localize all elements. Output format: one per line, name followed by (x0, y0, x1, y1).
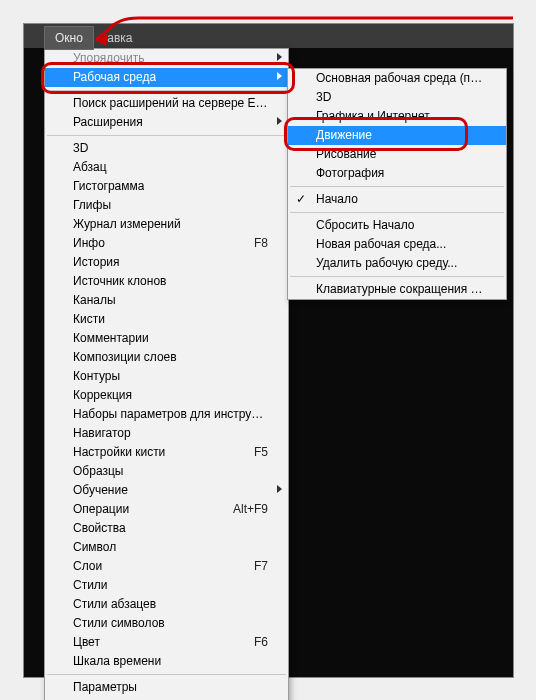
window-menu-item[interactable]: Контуры (45, 367, 288, 386)
window-menu-item[interactable]: ОперацииAlt+F9 (45, 500, 288, 519)
window-menu-item-label: История (73, 255, 120, 270)
window-menu-item[interactable]: ЦветF6 (45, 633, 288, 652)
workspace-submenu-item-label: Новая рабочая среда... (316, 237, 446, 252)
workspace-submenu-item-label: Движение (316, 128, 372, 143)
window-menu-item-label: Комментарии (73, 331, 149, 346)
window-menu-item[interactable]: Шкала времени (45, 652, 288, 671)
workspace-submenu-separator (290, 212, 504, 213)
workspace-submenu-item[interactable]: Фотография (288, 164, 506, 183)
window-menu-item[interactable]: Поиск расширений на сервере Exchange... (45, 94, 288, 113)
window-menu-item[interactable]: История (45, 253, 288, 272)
window-menu-item-label: Расширения (73, 115, 143, 130)
window-menu-item: Упорядочить (45, 49, 288, 68)
window-menu-item-label: Глифы (73, 198, 111, 213)
workspace-submenu-item[interactable]: Удалить рабочую среду... (288, 254, 506, 273)
workspace-submenu-item-label: Удалить рабочую среду... (316, 256, 457, 271)
window-menu-item[interactable]: Рабочая среда (45, 68, 288, 87)
window-menu-item[interactable]: Стили (45, 576, 288, 595)
window-menu-item-label: Композиции слоев (73, 350, 177, 365)
window-menu-item[interactable]: Кисти (45, 310, 288, 329)
window-menu-item[interactable]: Коррекция (45, 386, 288, 405)
window-menu-item[interactable]: Навигатор (45, 424, 288, 443)
window-menu-item-label: Поиск расширений на сервере Exchange... (73, 96, 268, 111)
window-menu-item-label: Настройки кисти (73, 445, 165, 460)
window-menu-item[interactable]: Композиции слоев (45, 348, 288, 367)
workspace-submenu-item[interactable]: Рисование (288, 145, 506, 164)
window-menu-item[interactable]: Настройки кистиF5 (45, 443, 288, 462)
workspace-submenu-item-label: Графика и Интернет (316, 109, 430, 124)
window-menu-item-label: Наборы параметров для инструментов (73, 407, 268, 422)
workspace-submenu-item[interactable]: Клавиатурные сокращения и меню... (288, 280, 506, 299)
window-menu-item-label: Каналы (73, 293, 116, 308)
window-menu-item-label: Образцы (73, 464, 123, 479)
window-menu-item-label: Свойства (73, 521, 126, 536)
window-menu-item-label: Упорядочить (73, 51, 144, 66)
window-menu-item-label: Контуры (73, 369, 120, 384)
window-menu-item[interactable]: Стили абзацев (45, 595, 288, 614)
workspace-submenu-item[interactable]: ✓Начало (288, 190, 506, 209)
window-menu-item-label: Параметры (73, 680, 137, 695)
window-menu-item[interactable]: Обучение (45, 481, 288, 500)
menu-item-shortcut: F5 (246, 445, 268, 460)
window-menu-item-label: Стили абзацев (73, 597, 156, 612)
menu-help-ghost: авка (101, 27, 138, 49)
window-menu-item-label: Операции (73, 502, 129, 517)
window-menu-item-label: Цвет (73, 635, 100, 650)
window-menu-item[interactable]: Комментарии (45, 329, 288, 348)
window-menu-item-label: Инфо (73, 236, 105, 251)
window-menu-item[interactable]: Символ (45, 538, 288, 557)
window-menu-item[interactable]: СлоиF7 (45, 557, 288, 576)
window-menu-item[interactable]: Стили символов (45, 614, 288, 633)
window-menu-item-label: Журнал измерений (73, 217, 181, 232)
window-menu-separator (47, 90, 286, 91)
workspace-submenu-item-label: 3D (316, 90, 331, 105)
window-menu-item-label: Навигатор (73, 426, 131, 441)
chevron-right-icon (277, 53, 282, 61)
menu-window[interactable]: Окно (44, 26, 94, 50)
workspace-submenu-item[interactable]: Сбросить Начало (288, 216, 506, 235)
window-menu-item-label: Кисти (73, 312, 105, 327)
workspace-submenu-item-label: Рисование (316, 147, 376, 162)
workspace-submenu-item-label: Сбросить Начало (316, 218, 414, 233)
workspace-submenu-item[interactable]: Движение (288, 126, 506, 145)
window-menu-separator (47, 674, 286, 675)
window-menu-item-label: Источник клонов (73, 274, 166, 289)
workspace-submenu: Основная рабочая среда (по умолчанию)3DГ… (287, 68, 507, 300)
window-menu-item-label: Рабочая среда (73, 70, 156, 85)
window-menu-item[interactable]: Образцы (45, 462, 288, 481)
menu-item-shortcut: F6 (246, 635, 268, 650)
window-menu-item[interactable]: Наборы параметров для инструментов (45, 405, 288, 424)
window-menu-item[interactable]: Расширения (45, 113, 288, 132)
window-menu-item-label: 3D (73, 141, 88, 156)
window-menu-item-label: Коррекция (73, 388, 132, 403)
workspace-submenu-item[interactable]: Графика и Интернет (288, 107, 506, 126)
window-menu-item-label: Гистограмма (73, 179, 144, 194)
workspace-submenu-item[interactable]: Новая рабочая среда... (288, 235, 506, 254)
window-menu-dropdown: УпорядочитьРабочая средаПоиск расширений… (44, 48, 289, 700)
window-menu-item-label: Стили (73, 578, 108, 593)
menubar: Окно авка (24, 24, 513, 48)
window-menu-item[interactable]: Свойства (45, 519, 288, 538)
menu-item-shortcut: F8 (246, 236, 268, 251)
window-menu-item-label: Стили символов (73, 616, 165, 631)
workspace-submenu-item[interactable]: 3D (288, 88, 506, 107)
workspace-submenu-item-label: Клавиатурные сокращения и меню... (316, 282, 486, 297)
window-menu-item-label: Шкала времени (73, 654, 161, 669)
window-menu-item[interactable]: Параметры (45, 678, 288, 697)
check-icon: ✓ (296, 192, 306, 207)
window-menu-item-label: Слои (73, 559, 102, 574)
window-menu-item[interactable]: Абзац (45, 158, 288, 177)
window-menu-item-label: Обучение (73, 483, 128, 498)
window-menu-item[interactable]: Глифы (45, 196, 288, 215)
workspace-submenu-item[interactable]: Основная рабочая среда (по умолчанию) (288, 69, 506, 88)
workspace-submenu-separator (290, 276, 504, 277)
window-menu-item[interactable]: ИнфоF8 (45, 234, 288, 253)
window-menu-item[interactable]: Гистограмма (45, 177, 288, 196)
chevron-right-icon (277, 72, 282, 80)
chevron-right-icon (277, 485, 282, 493)
window-menu-item[interactable]: Каналы (45, 291, 288, 310)
window-menu-item[interactable]: Источник клонов (45, 272, 288, 291)
window-menu-item[interactable]: Журнал измерений (45, 215, 288, 234)
window-menu-separator (47, 135, 286, 136)
window-menu-item[interactable]: 3D (45, 139, 288, 158)
